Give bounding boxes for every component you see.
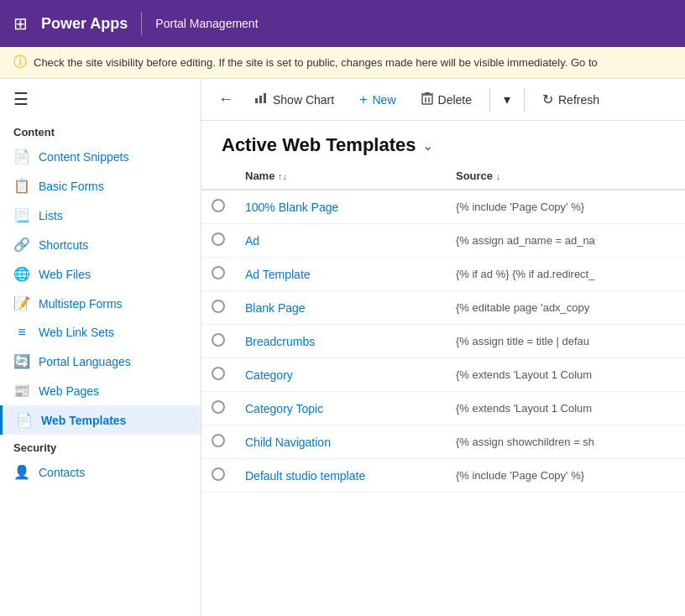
sidebar-item-web-files[interactable]: 🌐 Web Files (0, 259, 201, 289)
source-sort-icon[interactable]: ↓ (496, 171, 501, 181)
record-source: {% assign ad_name = ad_na (446, 224, 685, 258)
new-icon: + (359, 92, 367, 107)
row-select-checkbox[interactable] (212, 266, 225, 279)
record-source: {% include 'Page Copy' %} (446, 459, 685, 493)
record-source: {% extends 'Layout 1 Colum (446, 358, 685, 392)
record-name-link[interactable]: 100% Blank Page (245, 201, 338, 214)
multistep-forms-icon: 📝 (13, 295, 30, 311)
sidebar-item-label: Web Templates (41, 414, 126, 427)
record-name-link[interactable]: Ad (245, 234, 259, 248)
web-link-sets-icon: ≡ (13, 325, 30, 340)
name-column-header[interactable]: Name ↑↓ (235, 163, 446, 190)
row-select-checkbox[interactable] (212, 333, 225, 347)
name-header-label: Name (245, 170, 275, 182)
row-select-checkbox[interactable] (212, 232, 225, 246)
source-header-label: Source (456, 170, 493, 182)
sidebar-item-web-templates[interactable]: 📄 Web Templates (0, 405, 201, 435)
checkbox-col-header (201, 163, 235, 190)
row-select-checkbox[interactable] (212, 300, 225, 313)
svg-rect-2 (264, 93, 266, 103)
svg-rect-7 (425, 92, 430, 94)
basic-forms-icon: 📋 (13, 178, 30, 194)
new-button[interactable]: + New (348, 86, 406, 113)
source-column-header[interactable]: Source ↓ (446, 163, 685, 190)
refresh-button[interactable]: ↻ Refresh (531, 86, 610, 113)
contacts-icon: 👤 (13, 464, 30, 480)
show-chart-label: Show Chart (273, 93, 334, 107)
table-row: Category Topic{% extends 'Layout 1 Colum (201, 392, 685, 425)
sidebar-item-content-snippets[interactable]: 📄 Content Snippets (0, 142, 201, 171)
waffle-icon[interactable]: ⊞ (13, 13, 28, 34)
sidebar-item-basic-forms[interactable]: 📋 Basic Forms (0, 171, 201, 201)
web-templates-icon: 📄 (16, 412, 33, 428)
record-source: {% editable page 'adx_copy (446, 291, 685, 325)
row-select-checkbox[interactable] (212, 199, 225, 212)
page-title: Active Web Templates (222, 134, 416, 156)
page-title-row: Active Web Templates ⌄ (201, 121, 685, 163)
sidebar-item-label: Web Link Sets (39, 326, 114, 339)
show-chart-button[interactable]: Show Chart (243, 86, 345, 113)
warning-icon: ⓘ (13, 54, 27, 71)
sidebar-item-shortcuts[interactable]: 🔗 Shortcuts (0, 230, 201, 259)
toolbar-divider (489, 88, 490, 112)
app-name: Power Apps (41, 15, 128, 33)
page-title-chevron-icon[interactable]: ⌄ (422, 138, 433, 154)
svg-rect-3 (422, 95, 432, 104)
record-name-link[interactable]: Child Navigation (245, 436, 331, 449)
row-select-checkbox[interactable] (212, 367, 225, 380)
record-source: {% if ad %} {% if ad.redirect_ (446, 258, 685, 291)
content-area: ← Show Chart + New (201, 79, 685, 616)
sidebar-item-multistep-forms[interactable]: 📝 Multistep Forms (0, 289, 201, 318)
record-name-link[interactable]: Category Topic (245, 402, 323, 415)
name-sort-icon[interactable]: ↑↓ (278, 171, 287, 181)
record-name-link[interactable]: Category (245, 368, 293, 382)
record-name-link[interactable]: Ad Template (245, 268, 311, 281)
sidebar-item-label: Contacts (39, 466, 85, 479)
record-source: {% extends 'Layout 1 Colum (446, 392, 685, 425)
row-select-checkbox[interactable] (212, 467, 225, 481)
svg-rect-1 (259, 96, 262, 103)
sidebar-item-portal-languages[interactable]: 🔄 Portal Languages (0, 347, 201, 376)
toolbar: ← Show Chart + New (201, 79, 685, 121)
sidebar-item-label: Web Files (39, 268, 91, 281)
sidebar-item-web-pages[interactable]: 📰 Web Pages (0, 376, 201, 405)
main-layout: ☰ Content 📄 Content Snippets 📋 Basic For… (0, 79, 685, 616)
sidebar-section-content: Content (0, 119, 201, 142)
refresh-icon: ↻ (542, 91, 553, 107)
refresh-label: Refresh (558, 93, 599, 107)
shortcuts-icon: 🔗 (13, 237, 30, 253)
row-select-checkbox[interactable] (212, 400, 225, 414)
back-button[interactable]: ← (212, 87, 240, 112)
delete-icon (421, 91, 433, 107)
show-chart-icon (254, 91, 268, 107)
table-row: Default studio template{% include 'Page … (201, 459, 685, 493)
delete-button[interactable]: Delete (410, 86, 483, 113)
record-source: {% include 'Page Copy' %} (446, 190, 685, 224)
sidebar-item-label: Content Snippets (39, 150, 128, 164)
row-select-checkbox[interactable] (212, 434, 225, 447)
sidebar-item-lists[interactable]: 📃 Lists (0, 201, 201, 230)
sidebar-item-web-link-sets[interactable]: ≡ Web Link Sets (0, 318, 201, 347)
sidebar-item-label: Web Pages (39, 384, 99, 398)
sidebar-item-label: Multistep Forms (39, 297, 123, 311)
record-source: {% assign showchildren = sh (446, 425, 685, 459)
content-snippets-icon: 📄 (13, 149, 30, 164)
more-button[interactable]: ▾ (497, 86, 517, 112)
table-row: Ad Template{% if ad %} {% if ad.redirect… (201, 258, 685, 291)
table-row: Child Navigation{% assign showchildren =… (201, 425, 685, 459)
record-name-link[interactable]: Blank Page (245, 301, 306, 315)
record-name-link[interactable]: Default studio template (245, 469, 365, 483)
hamburger-button[interactable]: ☰ (0, 79, 201, 119)
web-pages-icon: 📰 (13, 383, 30, 399)
warning-bar: ⓘ Check the site visibility before editi… (0, 47, 685, 79)
sidebar-item-label: Basic Forms (39, 180, 104, 193)
sidebar-item-label: Lists (39, 209, 63, 222)
web-files-icon: 🌐 (13, 266, 30, 282)
table-row: Category{% extends 'Layout 1 Colum (201, 358, 685, 392)
warning-text: Check the site visibility before editing… (34, 56, 598, 69)
top-bar: ⊞ Power Apps Portal Management (0, 0, 685, 47)
record-name-link[interactable]: Breadcrumbs (245, 335, 315, 348)
sidebar-section-security: Security (0, 435, 201, 457)
svg-rect-0 (255, 98, 258, 103)
sidebar-item-contacts[interactable]: 👤 Contacts (0, 457, 201, 487)
